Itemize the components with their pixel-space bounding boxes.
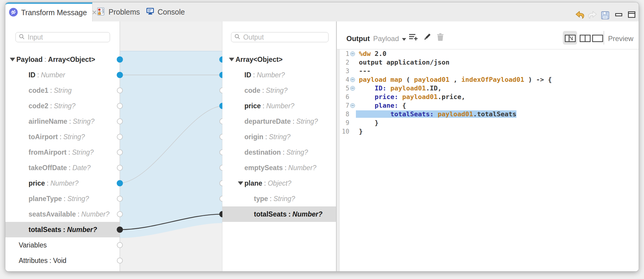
code-line-4[interactable]: 4payload map ( payload01 , indexOfPayloa…: [337, 75, 639, 84]
mapping-view-button[interactable]: [565, 35, 576, 43]
input-port-variables[interactable]: [117, 242, 122, 248]
input-port-code2[interactable]: [117, 103, 122, 109]
field-name: fromAirport: [29, 148, 67, 156]
input-tree-row-code2[interactable]: code2:String?: [5, 98, 120, 114]
tab-problems[interactable]: Problems: [96, 2, 140, 21]
input-tree-row-planetype[interactable]: planeType:String?: [5, 191, 120, 206]
input-port-payload[interactable]: [117, 57, 123, 63]
delete-icon[interactable]: [436, 33, 444, 43]
undo-icon[interactable]: [575, 11, 585, 21]
expander-icon[interactable]: [10, 58, 15, 61]
input-tree-row-toairport[interactable]: toAirport:String?: [5, 129, 120, 145]
output-tree-row-destination[interactable]: destination:String?: [222, 145, 336, 160]
output-tree-row-totalseats[interactable]: totalSeats:Number?: [222, 206, 336, 222]
field-colon: :: [262, 179, 268, 187]
mapped-region: [120, 51, 222, 238]
code-line-3[interactable]: 3---: [337, 67, 639, 75]
redo-icon[interactable]: [587, 11, 597, 21]
fold-toggle-icon[interactable]: [350, 86, 355, 91]
input-port-fromairport[interactable]: [117, 150, 122, 155]
tab-label: Problems: [109, 8, 140, 16]
field-type: Void: [53, 257, 67, 265]
edit-icon[interactable]: [422, 33, 431, 43]
output-tree-row-emptyseats[interactable]: emptySeats:Number?: [222, 160, 336, 175]
input-port-seatsavailable[interactable]: [117, 211, 122, 217]
minimize-icon[interactable]: [615, 12, 622, 18]
output-tree-row-code[interactable]: code:String?: [222, 83, 336, 98]
fold-toggle-icon[interactable]: [350, 77, 355, 82]
chevron-down-icon[interactable]: [402, 38, 406, 41]
input-search-box[interactable]: [15, 32, 110, 42]
field-colon: :: [61, 226, 67, 234]
input-port-price[interactable]: [117, 180, 123, 186]
line-number: 3: [341, 68, 349, 75]
output-search-box[interactable]: [231, 32, 329, 42]
input-tree-row-fromairport[interactable]: fromAirport:String?: [5, 145, 120, 160]
output-tree-row-price[interactable]: price:Number?: [222, 98, 336, 114]
source-dropdown[interactable]: Payload: [373, 35, 399, 43]
input-port-airlinename[interactable]: [117, 119, 122, 124]
tab-strip: Transform Message × Problems: [5, 2, 639, 22]
output-search-input[interactable]: [243, 33, 325, 42]
field-colon: :: [48, 87, 54, 95]
input-tree-row-id[interactable]: ID:Number: [5, 67, 120, 83]
input-tree-row-totalseats[interactable]: totalSeats:Number?: [5, 222, 120, 237]
mapping-overlay: [115, 21, 227, 271]
input-port-attributes[interactable]: [117, 258, 122, 263]
output-tree-row-id[interactable]: ID:Number?: [222, 67, 336, 83]
dataweave-code-editor[interactable]: 1%dw 2.02output application/json3---4pay…: [337, 49, 639, 271]
input-port-planetype[interactable]: [117, 196, 122, 201]
code-line-5[interactable]: 5 ID: payload01.ID,: [337, 84, 639, 93]
input-port-code1[interactable]: [117, 88, 122, 93]
field-colon: :: [67, 164, 72, 172]
code-line-9[interactable]: 9 }: [337, 118, 639, 127]
save-icon[interactable]: [601, 11, 610, 21]
input-tree-row-attributes[interactable]: Attributes:Void: [5, 253, 120, 268]
code-line-text: payload map ( payload01 , indexOfPayload…: [359, 76, 552, 83]
tab-console[interactable]: Console: [146, 2, 185, 21]
input-tree-row-code1[interactable]: code1:String: [5, 83, 120, 98]
output-tree-row-origin[interactable]: origin:String?: [222, 129, 336, 145]
transform-message-window: Transform Message × Problems: [5, 2, 639, 271]
add-target-icon[interactable]: [408, 33, 418, 43]
preview-button[interactable]: Preview: [608, 35, 633, 43]
code-line-1[interactable]: 1%dw 2.0: [337, 49, 639, 58]
field-colon: :: [45, 179, 50, 187]
input-tree-row-takeoffdate[interactable]: takeOffDate:Date?: [5, 160, 120, 175]
input-port-id[interactable]: [117, 72, 123, 78]
output-tree-row-type[interactable]: type:String?: [222, 191, 336, 206]
code-line-7[interactable]: 7 plane: {: [337, 101, 639, 110]
field-colon: :: [67, 117, 73, 126]
input-tree-row-price[interactable]: price:Number?: [5, 175, 120, 191]
expander-icon[interactable]: [229, 58, 234, 61]
maximize-icon[interactable]: [628, 11, 635, 19]
expander-icon[interactable]: [238, 181, 243, 185]
close-icon[interactable]: ×: [92, 9, 97, 17]
input-port-totalseats[interactable]: [117, 227, 123, 233]
fold-toggle-icon[interactable]: [350, 51, 355, 56]
input-tree-row-payload[interactable]: Payload:Array<Object>: [5, 52, 120, 67]
code-line-2[interactable]: 2output application/json: [337, 58, 639, 67]
input-tree-row-airlinename[interactable]: airlineName:String?: [5, 114, 120, 129]
input-port-takeoffdate[interactable]: [117, 165, 122, 170]
console-icon: [146, 7, 155, 17]
input-search-input[interactable]: [27, 33, 107, 42]
split-view-button[interactable]: [579, 35, 591, 43]
input-tree-row-variables[interactable]: Variables: [5, 237, 120, 253]
fold-toggle-icon[interactable]: [350, 103, 355, 108]
code-view-button[interactable]: [592, 35, 603, 43]
code-line-10[interactable]: 10}: [337, 127, 639, 136]
tab-transform-message[interactable]: Transform Message ×: [5, 2, 92, 21]
field-name: totalSeats: [29, 226, 61, 234]
input-tree-row-seatsavailable[interactable]: seatsAvailable:Number?: [5, 206, 120, 222]
input-port-toairport[interactable]: [117, 134, 122, 140]
output-tree-row-array-object-[interactable]: Array<Object>: [222, 52, 336, 67]
code-line-6[interactable]: 6 price: payload01.price,: [337, 93, 639, 101]
output-tree-row-plane[interactable]: plane:Object?: [222, 175, 336, 191]
field-type: Number?: [293, 210, 323, 218]
field-name: ID: [29, 71, 35, 79]
code-line-8[interactable]: 8 totalSeats: payload01.totalSeats: [337, 110, 639, 118]
output-tree-row-departuredate[interactable]: departureDate:String?: [222, 114, 336, 129]
field-name: seatsAvailable: [29, 210, 76, 218]
field-name: code1: [29, 87, 48, 95]
